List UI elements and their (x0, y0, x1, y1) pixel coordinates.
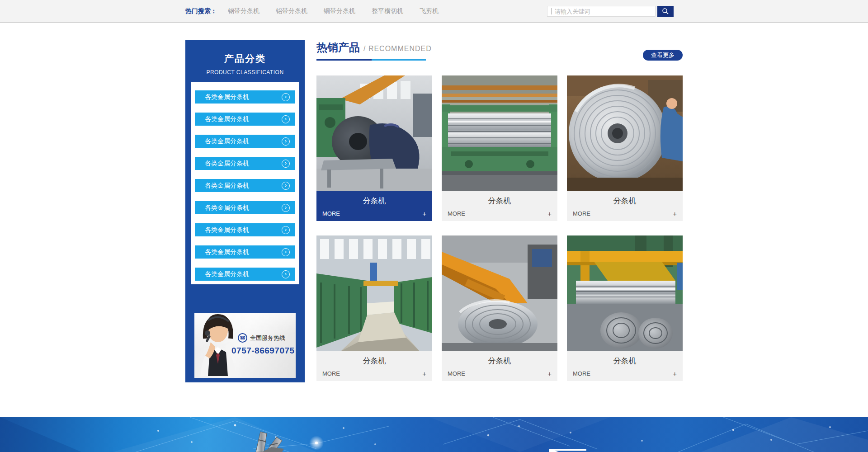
more-label[interactable]: MORE (322, 210, 340, 217)
circle-arrow-right-icon: › (282, 93, 290, 101)
section-underline (316, 59, 426, 61)
hotline-label: 全国服务热线 (250, 334, 285, 342)
more-label[interactable]: MORE (573, 210, 590, 217)
view-more-button[interactable]: 查看更多 (643, 50, 683, 61)
hot-search-label: 热门搜索： (185, 7, 217, 15)
sidebar-item-category-3[interactable]: 各类金属分条机› (195, 135, 295, 148)
sidebar-item-category-8[interactable]: 各类金属分条机› (195, 245, 295, 259)
hot-search-link-steel[interactable]: 钢带分条机 (228, 7, 259, 15)
product-card-5[interactable]: 分条机 MORE + (442, 235, 557, 381)
plus-icon[interactable]: + (673, 210, 677, 217)
product-grid: 分条机 MORE + (316, 75, 683, 381)
section-subtitle: / RECOMMENDED (363, 45, 432, 52)
input-divider (551, 8, 552, 14)
sidebar-item-category-2[interactable]: 各类金属分条机› (195, 113, 295, 126)
more-label[interactable]: MORE (448, 210, 465, 217)
bottom-banner (0, 417, 868, 452)
sidebar-title: 产品分类 (185, 40, 305, 65)
category-list: 各类金属分条机› 各类金属分条机› 各类金属分条机› 各类金属分条机› 各类金属… (191, 82, 299, 284)
section-title: 热销产品 (316, 40, 360, 55)
plus-icon[interactable]: + (547, 210, 552, 217)
product-title[interactable]: 分条机 (442, 191, 557, 206)
circle-arrow-right-icon: › (282, 248, 290, 256)
logo-fragment (549, 449, 586, 452)
search-icon (661, 7, 670, 15)
product-card-6[interactable]: 分条机 MORE + (567, 235, 683, 381)
more-label[interactable]: MORE (573, 370, 590, 377)
banner-decoration (0, 417, 868, 452)
sidebar-item-category-4[interactable]: 各类金属分条机› (195, 157, 295, 170)
search-bar (547, 6, 674, 17)
product-category-sidebar: 产品分类 PRODUCT CLASSIFICATION 各类金属分条机› 各类金… (185, 40, 305, 382)
product-card-2[interactable]: 分条机 MORE + (442, 75, 557, 221)
product-image-steel-coil[interactable] (567, 75, 683, 191)
product-image-production-line[interactable] (316, 235, 432, 351)
plus-icon[interactable]: + (673, 370, 677, 377)
search-button[interactable] (657, 6, 674, 17)
hot-search-link-flying-shear[interactable]: 飞剪机 (420, 7, 439, 15)
product-title[interactable]: 分条机 (442, 351, 557, 366)
product-title[interactable]: 分条机 (316, 351, 432, 366)
product-card-4[interactable]: 分条机 MORE + (316, 235, 432, 381)
product-image-recoiler[interactable] (567, 235, 683, 351)
product-image-strip-machine[interactable] (442, 75, 557, 191)
circle-arrow-right-icon: › (282, 137, 290, 146)
product-card-1[interactable]: 分条机 MORE + (316, 75, 432, 221)
product-image-uncoiler[interactable] (442, 235, 557, 351)
sidebar-item-category-9[interactable]: 各类金属分条机› (195, 268, 295, 281)
sidebar-item-category-7[interactable]: 各类金属分条机› (195, 223, 295, 236)
hot-search-link-leveling[interactable]: 整平横切机 (372, 7, 403, 15)
product-title[interactable]: 分条机 (567, 191, 683, 206)
more-label[interactable]: MORE (322, 370, 340, 377)
hot-search-link-copper[interactable]: 铜带分条机 (324, 7, 355, 15)
product-image-slitter-workshop[interactable] (316, 75, 432, 191)
circle-arrow-right-icon: › (282, 204, 290, 212)
search-input[interactable] (555, 8, 655, 15)
circle-arrow-right-icon: › (282, 182, 290, 190)
hot-search-link-aluminum[interactable]: 铝带分条机 (276, 7, 307, 15)
product-title[interactable]: 分条机 (316, 191, 432, 206)
phone-icon: ☎ (238, 333, 247, 343)
plus-icon[interactable]: + (547, 370, 552, 377)
product-card-3[interactable]: 分条机 MORE + (567, 75, 683, 221)
plus-icon[interactable]: + (422, 210, 426, 217)
more-label[interactable]: MORE (448, 370, 465, 377)
product-title[interactable]: 分条机 (567, 351, 683, 366)
sidebar-subtitle: PRODUCT CLASSIFICATION (185, 69, 305, 75)
sidebar-item-category-5[interactable]: 各类金属分条机› (195, 179, 295, 192)
hotline-number: 0757-86697075 (231, 346, 295, 356)
circle-arrow-right-icon: › (282, 160, 290, 168)
hot-products-section: 热销产品/ RECOMMENDED 查看更多 (316, 40, 683, 384)
sidebar-item-category-6[interactable]: 各类金属分条机› (195, 201, 295, 214)
circle-arrow-right-icon: › (282, 226, 290, 234)
service-hotline-panel: ☎ 全国服务热线 0757-86697075 (194, 313, 296, 378)
topbar: 热门搜索： 钢带分条机 铝带分条机 铜带分条机 整平横切机 飞剪机 (0, 0, 868, 23)
circle-arrow-right-icon: › (282, 115, 290, 123)
sidebar-item-category-1[interactable]: 各类金属分条机› (195, 90, 295, 104)
circle-arrow-right-icon: › (282, 270, 290, 278)
plus-icon[interactable]: + (422, 370, 426, 377)
